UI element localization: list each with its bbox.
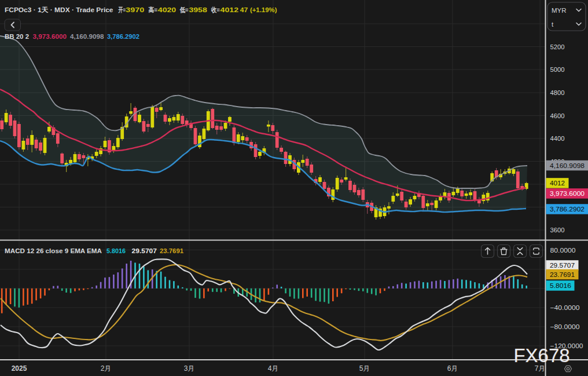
- svg-text:BB 20 2: BB 20 2: [5, 33, 29, 40]
- svg-text:−40.0000: −40.0000: [550, 304, 580, 311]
- svg-text:4,160.9098: 4,160.9098: [70, 33, 104, 40]
- svg-text:80.0000: 80.0000: [550, 247, 576, 254]
- svg-text:29.5707: 29.5707: [550, 262, 575, 269]
- svg-text:4800: 4800: [550, 89, 565, 96]
- svg-text:3,973.6000: 3,973.6000: [33, 33, 67, 40]
- svg-text:5200: 5200: [550, 43, 565, 50]
- svg-text:2025: 2025: [12, 364, 27, 373]
- svg-text:−80.0000: −80.0000: [550, 323, 580, 330]
- svg-text:4600: 4600: [550, 112, 565, 119]
- svg-text:3970: 3970: [126, 6, 144, 13]
- svg-text:29.5707: 29.5707: [132, 247, 157, 254]
- svg-text:3,786.2902: 3,786.2902: [550, 206, 585, 213]
- svg-text:5月: 5月: [359, 364, 370, 373]
- svg-text:3958: 3958: [189, 6, 207, 13]
- svg-text:MYR: MYR: [552, 7, 567, 14]
- svg-text:MACD 12 26 close 9 EMA EMA: MACD 12 26 close 9 EMA EMA: [5, 247, 102, 254]
- svg-text:低=: 低=: [179, 6, 189, 13]
- svg-text:6月: 6月: [447, 364, 458, 373]
- svg-text:5000: 5000: [550, 66, 565, 73]
- svg-text:23.7691: 23.7691: [550, 271, 575, 278]
- svg-text:3,786.2902: 3,786.2902: [107, 33, 139, 40]
- svg-text:4月: 4月: [268, 364, 279, 373]
- svg-text:FX678: FX678: [513, 345, 569, 366]
- svg-text:收=: 收=: [211, 6, 220, 13]
- svg-text:5.8016: 5.8016: [106, 247, 126, 254]
- svg-text:3月: 3月: [184, 364, 195, 373]
- svg-text:5.8016: 5.8016: [550, 282, 571, 289]
- svg-text:4400: 4400: [550, 135, 565, 142]
- svg-text:4012: 4012: [220, 6, 238, 13]
- svg-text:4020: 4020: [158, 6, 176, 13]
- svg-text:3600: 3600: [550, 227, 565, 233]
- svg-text:FCPOc3 · 1天 · MDX · Trade Pric: FCPOc3 · 1天 · MDX · Trade Price: [5, 6, 113, 13]
- svg-text:47: 47: [240, 6, 248, 13]
- svg-text:开=: 开=: [118, 6, 126, 13]
- svg-text:高=: 高=: [148, 6, 157, 13]
- svg-text:23.7691: 23.7691: [160, 247, 184, 254]
- svg-text:4012: 4012: [550, 180, 565, 187]
- svg-text:(+1.19%): (+1.19%): [250, 6, 277, 13]
- svg-text:3,973.6000: 3,973.6000: [550, 190, 585, 197]
- svg-text:2月: 2月: [101, 364, 112, 373]
- svg-text:4,160.9098: 4,160.9098: [550, 162, 585, 169]
